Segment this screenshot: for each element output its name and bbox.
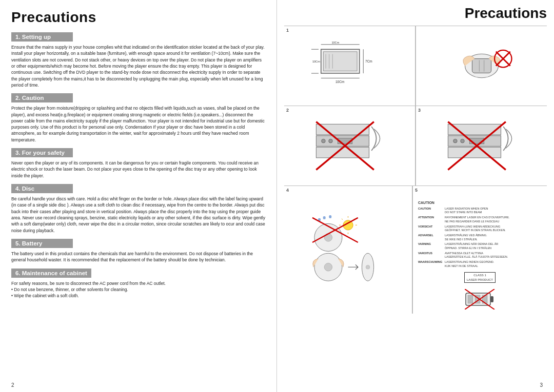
cell-label-3: 3: [418, 108, 421, 113]
svg-point-24: [321, 139, 325, 143]
page-container: Precautions 1. Setting up Ensure that th…: [0, 0, 554, 392]
ventilation-cell: 1 7Cm 10Cm: [284, 26, 416, 106]
svg-rect-54: [468, 295, 473, 303]
cell-label-4: 4: [286, 188, 289, 193]
section-5: 5. Battery The battery used in this prod…: [11, 238, 265, 263]
section-6-header: 6. Maintenance of cabinet: [11, 269, 91, 278]
cell-label-5: 5: [415, 188, 418, 193]
section-3: 3. For your safety Never open the player…: [11, 148, 265, 179]
bottom-row: 4: [284, 185, 547, 314]
laser-caution-table: CAUTION CAUTION LASER RADIATION WHEN OPE…: [416, 198, 544, 285]
class-label-area: CLASS 1LASER PRODUCT: [418, 270, 542, 283]
svg-rect-1: [323, 51, 357, 71]
caution-row: CAUTION LASER RADIATION WHEN OPENDO NOT …: [418, 207, 542, 215]
section-4-header: 4. Disc: [11, 184, 73, 193]
section-3-header: 3. For your safety: [11, 148, 73, 157]
svg-rect-15: [472, 59, 491, 73]
class-label: CLASS 1LASER PRODUCT: [464, 272, 496, 283]
svg-text:10Cm: 10Cm: [312, 60, 320, 63]
caution-row: VORSICHT LASERSTRAH-LUNG WENN ABDECKUNGG…: [418, 225, 542, 233]
cell-label-1: 1: [286, 28, 289, 33]
svg-point-49: [324, 263, 332, 271]
audio-diagram-1: [311, 116, 388, 175]
audio-cell-2: 3: [416, 106, 547, 185]
disc-cell: 4: [284, 186, 412, 314]
ventilation-diagram: 7Cm 10Cm 10Cm 10Cm: [311, 38, 388, 94]
section-2-header: 2. Caution: [11, 93, 73, 102]
section-4-content: Be careful handle your discs with care. …: [11, 196, 265, 234]
caution-text: RAYONNEMENT LASER EN CAS D'OUVERTURE.NE …: [445, 216, 542, 223]
section-1: 1. Setting up Ensure that the mains supp…: [11, 32, 265, 88]
placement-diagram: [448, 42, 515, 90]
svg-point-25: [328, 139, 332, 143]
caution-label: ATTENTION: [418, 216, 445, 223]
section-4: 4. Disc Be careful handle your discs wit…: [11, 183, 265, 234]
section-5-content: The battery used in this product contain…: [11, 251, 265, 263]
middle-row: 2: [284, 106, 547, 185]
placement-ok-cell: [416, 26, 547, 106]
caution-text: LASERSTRALING INDIEN GEOPEND.KIJK NIET I…: [445, 260, 542, 268]
caution-text: LASERSTRÅLING VED ÅBNING.SE IKKE IND I S…: [445, 234, 542, 241]
section-2: 2. Caution Protect the player from moist…: [11, 93, 265, 143]
right-page-number: 3: [540, 382, 543, 388]
svg-point-32: [453, 139, 457, 143]
section-1-content: Ensure that the mains supply in your hou…: [11, 44, 265, 88]
svg-text:10Cm: 10Cm: [331, 40, 339, 44]
right-column: Precautions 1 7C: [277, 0, 554, 392]
caution-row: VAROITUS AVATTAESSA OLET ALTTIINALASERSÄ…: [418, 252, 542, 259]
caution-label: VORSICHT: [418, 225, 445, 233]
disc-battery-diagram: [308, 215, 388, 284]
section-3-content: Never open the player or any of its comp…: [11, 160, 265, 179]
section-1-header: 1. Setting up: [11, 32, 73, 42]
caution-text: LASERSTRÅLNING NÄR DENNA DEL ÄRÖPPNAD. S…: [445, 242, 542, 250]
svg-point-33: [460, 139, 464, 143]
left-column: Precautions 1. Setting up Ensure that th…: [0, 0, 277, 392]
svg-text:10Cm: 10Cm: [335, 79, 344, 83]
audio-diagram-2: [443, 116, 520, 175]
caution-text: LASERSTRAH-LUNG WENN ABDECKUNGGEÖFFNET. …: [445, 225, 542, 233]
caution-content: CAUTION CAUTION LASER RADIATION WHEN OPE…: [416, 198, 544, 310]
battery-icon-area: [416, 289, 544, 310]
svg-text:7Cm: 7Cm: [365, 59, 372, 63]
caution-label: WAARSCHUWING: [418, 260, 445, 268]
battery-icon: [465, 289, 496, 310]
caution-label: VARNING: [418, 242, 445, 250]
top-row: 1 7Cm 10Cm: [284, 26, 547, 106]
caution-text: AVATTAESSA OLET ALTTIINALASERSÄTEILYLLE.…: [445, 252, 542, 259]
caution-cell: 5 CAUTION CAUTION LASER RADIATION WHEN O…: [412, 186, 547, 314]
audio-cell-1: 2: [284, 106, 416, 185]
svg-point-51: [366, 265, 370, 269]
caution-text: LASER RADIATION WHEN OPENDO NOT STARE IN…: [445, 207, 542, 215]
caution-title: CAUTION: [418, 200, 542, 205]
caution-row: VARNING LASERSTRÅLNING NÄR DENNA DEL ÄRÖ…: [418, 242, 542, 250]
cell-label-2: 2: [286, 108, 289, 113]
caution-label: CAUTION: [418, 207, 445, 215]
section-2-content: Protect the player from moisture(drippin…: [11, 105, 265, 143]
caution-row: ADVARSEL LASERSTRÅLING VED ÅBNING.SE IKK…: [418, 234, 542, 241]
svg-line-44: [342, 219, 343, 220]
svg-rect-53: [490, 296, 493, 302]
left-page-number: 2: [11, 382, 14, 388]
left-title: Precautions: [11, 9, 265, 26]
section-6: 6. Maintenance of cabinet For safety rea…: [11, 268, 265, 299]
caution-label: ADVARSEL: [418, 234, 445, 241]
section-6-content: For safety reasons, be sure to disconnec…: [11, 280, 265, 299]
right-title: Precautions: [284, 5, 547, 22]
caution-row: ATTENTION RAYONNEMENT LASER EN CAS D'OUV…: [418, 216, 542, 223]
caution-label: VAROITUS: [418, 252, 445, 259]
section-5-header: 5. Battery: [11, 239, 73, 248]
caution-row: WAARSCHUWING LASERSTRALING INDIEN GEOPEN…: [418, 260, 542, 268]
